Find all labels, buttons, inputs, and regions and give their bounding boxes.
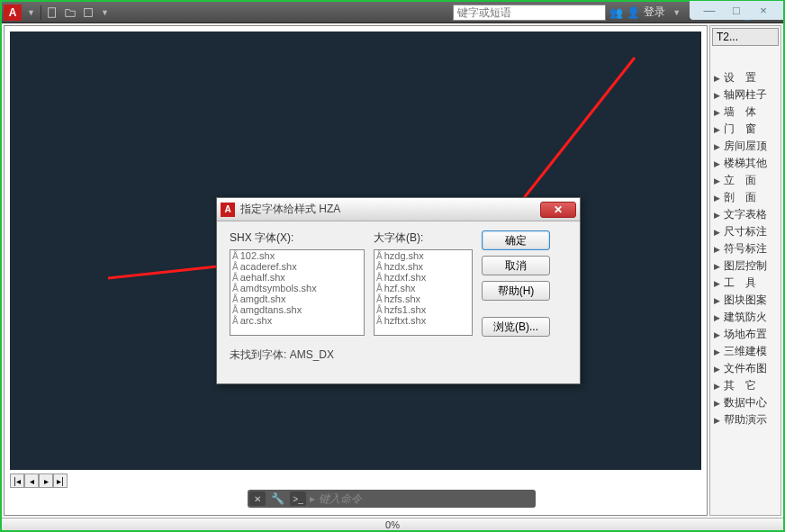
sidebar-item-label: 三维建模 xyxy=(724,344,767,359)
sidebar-item[interactable]: ▶房间屋顶 xyxy=(710,138,780,155)
sidebar-item[interactable]: ▶符号标注 xyxy=(710,240,780,257)
sidebar-item[interactable]: ▶剖 面 xyxy=(710,189,780,206)
sidebar-item[interactable]: ▶建筑防火 xyxy=(710,309,780,326)
sidebar-item[interactable]: ▶帮助演示 xyxy=(710,411,780,428)
command-bar[interactable]: ✕ 🔧 >_ ▸ 键入命令 xyxy=(248,490,536,508)
maximize-icon[interactable]: □ xyxy=(727,4,745,17)
sidebar-item[interactable]: ▶文件布图 xyxy=(710,360,780,377)
login-label: 登录 xyxy=(644,5,665,20)
app-logo-icon[interactable]: A xyxy=(4,5,22,21)
sidebar-item[interactable]: ▶场地布置 xyxy=(710,326,780,343)
drawing-canvas[interactable]: |◂ ◂ ▸ ▸| ✕ 🔧 >_ ▸ 键入命令 xyxy=(4,25,708,516)
sidebar-item-label: 数据中心 xyxy=(724,395,767,410)
list-item[interactable]: Åhzfs1.shx xyxy=(374,304,472,315)
help-button[interactable]: 帮助(H) xyxy=(482,281,550,301)
list-item[interactable]: Åamgdt.shx xyxy=(230,293,364,304)
sidebar-item[interactable]: ▶图块图案 xyxy=(710,292,780,309)
svg-rect-1 xyxy=(85,8,93,16)
sidebar-item-label: 图层控制 xyxy=(724,258,767,274)
list-item-label: hzdx.shx xyxy=(384,261,423,272)
font-file-icon: Å xyxy=(232,262,239,272)
list-item[interactable]: Åhzdxf.shx xyxy=(374,272,472,283)
user-login[interactable]: 👥 👤 登录 ▼ xyxy=(609,5,684,20)
logo-dropdown-icon[interactable]: ▼ xyxy=(27,8,35,17)
list-item[interactable]: Åhzfs.shx xyxy=(374,293,472,304)
toolbar-dropdown-icon[interactable]: ▼ xyxy=(101,8,109,17)
list-item-label: aehalf.shx xyxy=(240,272,285,283)
big-font-listbox[interactable]: Åhzdg.shxÅhzdx.shxÅhzdxf.shxÅhzf.shxÅhzf… xyxy=(374,249,473,336)
person-icon: 👤 xyxy=(627,6,640,19)
list-item[interactable]: Åarc.shx xyxy=(230,315,364,326)
cmd-placeholder: 键入命令 xyxy=(319,491,362,507)
sidebar-item-label: 房间屋顶 xyxy=(724,139,767,154)
font-file-icon: Å xyxy=(232,294,239,304)
sidebar-item[interactable]: ▶数据中心 xyxy=(710,394,780,411)
svg-rect-0 xyxy=(49,7,56,17)
save-file-icon[interactable] xyxy=(79,5,97,21)
sidebar-item-label: 文件布图 xyxy=(724,361,767,376)
sidebar-item[interactable]: ▶轴网柱子 xyxy=(710,86,780,104)
new-file-icon[interactable] xyxy=(43,5,61,21)
font-dialog: A 指定字体给样式 HZA ✕ SHX 字体(X): Å102.shxÅacad… xyxy=(216,197,581,384)
wrench-icon[interactable]: 🔧 xyxy=(271,492,284,505)
sidebar-item-label: 设 置 xyxy=(724,70,756,86)
list-item[interactable]: Åhzftxt.shx xyxy=(374,315,472,326)
login-dropdown-icon[interactable]: ▼ xyxy=(672,8,681,17)
list-item[interactable]: Å102.shx xyxy=(230,250,364,261)
triangle-icon: ▶ xyxy=(714,365,720,374)
list-item-label: amgdt.shx xyxy=(240,293,286,304)
nav-prev-icon[interactable]: ◂ xyxy=(24,473,39,488)
nav-first-icon[interactable]: |◂ xyxy=(10,473,24,488)
triangle-icon: ▶ xyxy=(714,330,720,339)
sidebar-item[interactable]: ▶墙 体 xyxy=(710,104,780,121)
chevron-right-icon: ▸ xyxy=(310,492,315,505)
search-input[interactable] xyxy=(453,5,606,21)
open-file-icon[interactable] xyxy=(61,5,79,21)
view-nav-arrows[interactable]: |◂ ◂ ▸ ▸| xyxy=(10,473,68,488)
search-box[interactable] xyxy=(453,5,606,21)
list-item[interactable]: Åamdtsymbols.shx xyxy=(230,283,364,293)
sidebar-item[interactable]: ▶文字表格 xyxy=(710,206,780,223)
nav-next-icon[interactable]: ▸ xyxy=(39,473,53,488)
list-item-label: hzdg.shx xyxy=(384,250,424,261)
list-item[interactable]: Åhzdx.shx xyxy=(374,261,472,272)
sidebar-item[interactable]: ▶立 面 xyxy=(710,172,780,189)
nav-last-icon[interactable]: ▸| xyxy=(53,473,68,488)
sidebar-item[interactable]: ▶楼梯其他 xyxy=(710,155,780,172)
sidebar-item-label: 文字表格 xyxy=(724,207,767,222)
sidebar-item[interactable]: ▶工 具 xyxy=(710,275,780,292)
cmd-close-icon[interactable]: ✕ xyxy=(249,491,266,506)
font-file-icon: Å xyxy=(232,284,239,293)
sidebar-item-label: 其 它 xyxy=(724,378,756,393)
shx-font-listbox[interactable]: Å102.shxÅacaderef.shxÅaehalf.shxÅamdtsym… xyxy=(230,249,365,336)
triangle-icon: ▶ xyxy=(714,382,720,391)
list-item[interactable]: Åhzdg.shx xyxy=(374,250,472,261)
sidebar-item[interactable]: ▶三维建模 xyxy=(710,343,780,360)
list-item[interactable]: Åhzf.shx xyxy=(374,283,472,293)
sidebar-item[interactable]: ▶其 它 xyxy=(710,377,780,394)
triangle-icon: ▶ xyxy=(714,262,720,271)
cancel-button[interactable]: 取消 xyxy=(482,256,550,275)
list-item[interactable]: Åaehalf.shx xyxy=(230,272,364,283)
list-item[interactable]: Åamgdtans.shx xyxy=(230,304,364,315)
font-file-icon: Å xyxy=(376,262,383,272)
sidebar-item[interactable]: ▶图层控制 xyxy=(710,257,780,275)
font-file-icon: Å xyxy=(232,251,239,261)
triangle-icon: ▶ xyxy=(714,228,720,237)
browse-button[interactable]: 浏览(B)... xyxy=(482,317,550,337)
sidebar-item[interactable]: ▶设 置 xyxy=(710,69,780,86)
sidebar-item[interactable]: ▶尺寸标注 xyxy=(710,223,780,240)
list-item-label: hzfs1.shx xyxy=(384,304,426,315)
minimize-icon[interactable]: — xyxy=(700,4,718,17)
sidebar-item[interactable]: ▶门 窗 xyxy=(710,121,780,138)
list-item-label: acaderef.shx xyxy=(240,261,297,272)
list-item[interactable]: Åacaderef.shx xyxy=(230,261,364,272)
sidebar-item-label: 场地布置 xyxy=(724,327,767,342)
side-tab[interactable]: T2... xyxy=(712,28,779,46)
dialog-close-button[interactable]: ✕ xyxy=(540,202,576,218)
triangle-icon: ▶ xyxy=(714,399,720,408)
sidebar-item-label: 轴网柱子 xyxy=(724,87,767,103)
close-icon[interactable]: × xyxy=(754,4,772,17)
ok-button[interactable]: 确定 xyxy=(482,230,550,250)
dialog-titlebar[interactable]: A 指定字体给样式 HZA ✕ xyxy=(217,198,580,221)
